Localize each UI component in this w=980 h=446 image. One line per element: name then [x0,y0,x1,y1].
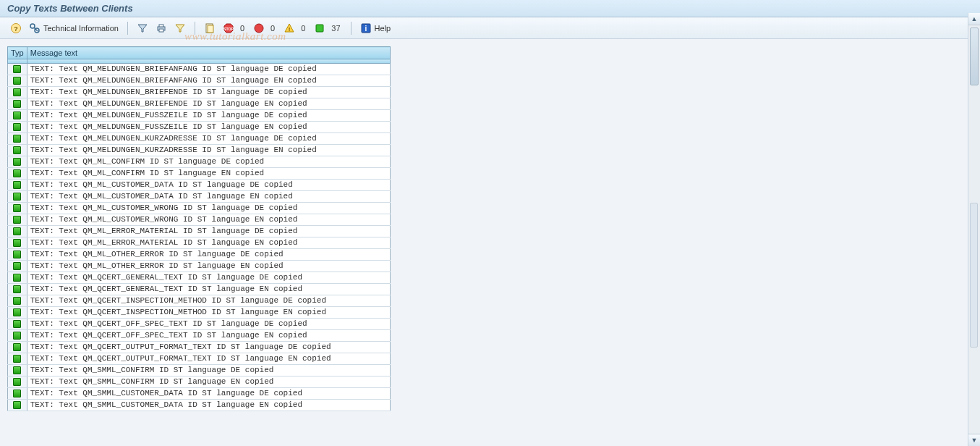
type-cell [8,226,27,237]
message-text-cell: TEXT: Text QM_ML_CONFIRM ID ST language … [27,168,390,180]
type-cell [8,156,27,168]
scroll-up-arrow[interactable]: ▲ [968,13,980,25]
message-text-cell: TEXT: Text QM_ML_CUSTOMER_WRONG ID ST la… [27,214,390,226]
message-text-cell: TEXT: Text QM_ML_ERROR_MATERIAL ID ST la… [27,237,390,249]
table-row[interactable]: TEXT: Text QM_MELDUNGEN_BRIEFENDE ID ST … [8,98,391,110]
svg-rect-7 [159,25,163,27]
success-status-icon [13,77,21,85]
message-text-cell: TEXT: Text QM_MELDUNGEN_FUSSZEILE ID ST … [27,110,390,122]
table-row[interactable]: TEXT: Text QM_ML_CUSTOMER_WRONG ID ST la… [8,214,391,226]
warning-icon[interactable]: ! [281,21,298,35]
table-row[interactable]: TEXT: Text QM_QCERT_OFF_SPEC_TEXT ID ST … [8,330,391,342]
table-row[interactable]: TEXT: Text QM_MELDUNGEN_BRIEFENDE ID ST … [8,87,391,98]
table-row[interactable]: TEXT: Text QM_ML_CONFIRM ID ST language … [8,168,391,180]
type-cell [8,353,27,365]
column-header-message[interactable]: Message text [27,47,390,59]
window-title: Copy Texts Between Clients [0,0,980,17]
success-status-icon [13,401,21,409]
table-row[interactable]: TEXT: Text QM_MELDUNGEN_FUSSZEILE ID ST … [8,110,391,122]
column-header-typ[interactable]: Typ [8,47,27,59]
help-question-icon[interactable]: ? [7,21,25,35]
type-cell [8,295,27,307]
scroll-track-nub[interactable] [970,203,978,348]
table-row[interactable]: TEXT: Text QM_MELDUNGEN_BRIEFANFANG ID S… [8,64,391,75]
table-row[interactable]: TEXT: Text QM_ML_CUSTOMER_WRONG ID ST la… [8,203,391,214]
table-row[interactable]: TEXT: Text QM_MELDUNGEN_KURZADRESSE ID S… [8,145,391,156]
table-row[interactable]: TEXT: Text QM_QCERT_INSPECTION_METHOD ID… [8,295,391,307]
scroll-thumb[interactable] [970,28,979,85]
stop-count: 0 [240,24,244,33]
technical-information-button[interactable]: Technical Information [26,21,122,35]
page-icon[interactable] [201,21,218,35]
table-row[interactable]: TEXT: Text QM_QCERT_OUTPUT_FORMAT_TEXT I… [8,342,391,353]
table-row[interactable]: TEXT: Text QM_SMML_CUSTOMER_DATA ID ST l… [8,388,391,400]
help-button[interactable]: i Help [357,21,394,35]
success-status-icon [13,308,21,316]
svg-text:STOP: STOP [223,26,234,30]
scroll-down-arrow[interactable]: ▼ [968,434,980,446]
message-table: Typ Message text TEXT: Text QM_MELDUNGEN… [7,46,391,411]
toolbar: ? Technical Information STOP 0 0 ! 0 37 … [0,17,980,39]
toolbar-separator [351,22,351,35]
table-row[interactable]: TEXT: Text QM_ML_CONFIRM ID ST language … [8,156,391,168]
table-row[interactable]: TEXT: Text QM_ML_OTHER_ERROR ID ST langu… [8,249,391,261]
success-status-icon [13,169,21,177]
table-row[interactable]: TEXT: Text QM_QCERT_INSPECTION_METHOD ID… [8,307,391,319]
svg-marker-9 [176,25,184,32]
message-text-cell: TEXT: Text QM_SMML_CUSTOMER_DATA ID ST l… [27,400,390,411]
success-status-icon [13,204,21,212]
filter-icon[interactable] [134,21,151,35]
print-icon[interactable] [153,21,170,35]
message-text-cell: TEXT: Text QM_ML_CUSTOMER_WRONG ID ST la… [27,203,390,214]
stop-icon[interactable]: STOP [220,21,237,35]
table-row[interactable]: TEXT: Text QM_MELDUNGEN_KURZADRESSE ID S… [8,133,391,145]
success-status-icon [13,366,21,374]
table-row[interactable]: TEXT: Text QM_MELDUNGEN_BRIEFANFANG ID S… [8,75,391,87]
filter-delete-icon[interactable] [171,21,189,35]
type-cell [8,330,27,342]
type-cell [8,342,27,353]
error-icon[interactable] [250,21,268,35]
table-row[interactable]: TEXT: Text QM_SMML_CUSTOMER_DATA ID ST l… [8,400,391,411]
type-cell [8,388,27,400]
message-text-cell: TEXT: Text QM_MELDUNGEN_KURZADRESSE ID S… [27,145,390,156]
table-row[interactable]: TEXT: Text QM_QCERT_OFF_SPEC_TEXT ID ST … [8,319,391,330]
table-row[interactable]: TEXT: Text QM_MELDUNGEN_FUSSZEILE ID ST … [8,122,391,133]
type-cell [8,307,27,319]
success-status-icon [13,193,21,201]
help-label: Help [375,24,391,33]
table-row[interactable]: TEXT: Text QM_QCERT_OUTPUT_FORMAT_TEXT I… [8,353,391,365]
type-cell [8,203,27,214]
type-cell [8,75,27,87]
svg-point-14 [255,24,263,33]
content-area: Typ Message text TEXT: Text QM_MELDUNGEN… [0,39,980,446]
message-text-cell: TEXT: Text QM_MELDUNGEN_FUSSZEILE ID ST … [27,122,390,133]
message-text-cell: TEXT: Text QM_SMML_CUSTOMER_DATA ID ST l… [27,388,390,400]
success-icon[interactable] [311,21,328,35]
table-row[interactable]: TEXT: Text QM_SMML_CONFIRM ID ST languag… [8,365,391,376]
message-text-cell: TEXT: Text QM_ML_CUSTOMER_DATA ID ST lan… [27,191,390,203]
message-text-cell: TEXT: Text QM_SMML_CONFIRM ID ST languag… [27,376,390,388]
type-cell [8,284,27,295]
table-row[interactable]: TEXT: Text QM_ML_ERROR_MATERIAL ID ST la… [8,237,391,249]
table-row[interactable]: TEXT: Text QM_ML_ERROR_MATERIAL ID ST la… [8,226,391,237]
error-count: 0 [270,24,275,33]
message-text-cell: TEXT: Text QM_ML_OTHER_ERROR ID ST langu… [27,261,390,272]
success-status-icon [13,181,21,189]
svg-marker-5 [138,25,147,32]
table-row[interactable]: TEXT: Text QM_ML_CUSTOMER_DATA ID ST lan… [8,180,391,191]
type-cell [8,249,27,261]
table-row[interactable]: TEXT: Text QM_QCERT_GENERAL_TEXT ID ST l… [8,284,391,295]
message-text-cell: TEXT: Text QM_QCERT_INSPECTION_METHOD ID… [27,295,390,307]
table-row[interactable]: TEXT: Text QM_ML_CUSTOMER_DATA ID ST lan… [8,191,391,203]
message-text-cell: TEXT: Text QM_MELDUNGEN_BRIEFENDE ID ST … [27,87,390,98]
message-text-cell: TEXT: Text QM_QCERT_OFF_SPEC_TEXT ID ST … [27,319,390,330]
success-status-icon [13,88,21,96]
table-row[interactable]: TEXT: Text QM_SMML_CONFIRM ID ST languag… [8,376,391,388]
success-status-icon [13,297,21,305]
table-row[interactable]: TEXT: Text QM_ML_OTHER_ERROR ID ST langu… [8,261,391,272]
success-status-icon [13,332,21,340]
success-status-icon [13,146,21,154]
type-cell [8,319,27,330]
table-row[interactable]: TEXT: Text QM_QCERT_GENERAL_TEXT ID ST l… [8,272,391,284]
